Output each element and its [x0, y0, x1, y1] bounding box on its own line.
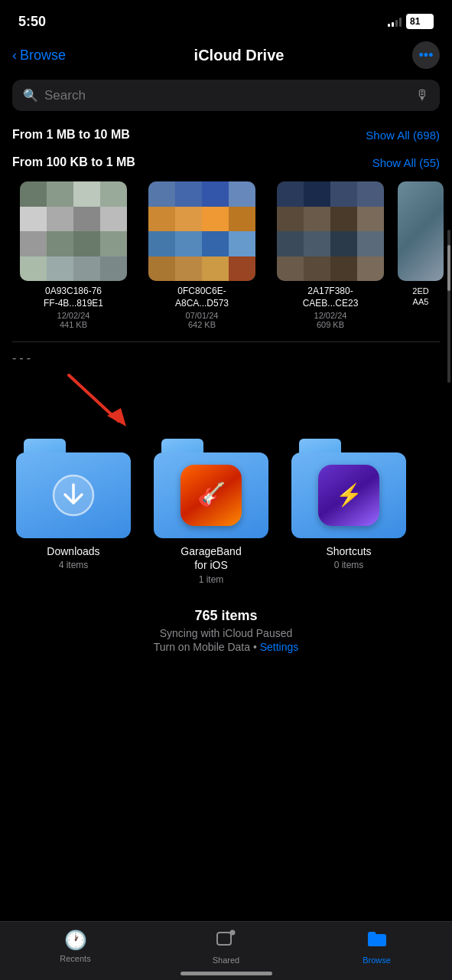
browse-folder-icon [366, 929, 388, 952]
search-input[interactable] [44, 88, 409, 103]
file-item-1[interactable]: 0A93C186-76FF-4B...819E1 12/02/24 441 KB [12, 181, 135, 329]
svg-point-7 [229, 930, 235, 936]
downloads-folder-count: 4 items [59, 560, 89, 570]
chevron-left-icon: ‹ [12, 47, 17, 64]
arrow-annotation [0, 371, 452, 433]
back-label: Browse [20, 47, 66, 64]
mic-icon[interactable]: 🎙 [415, 87, 429, 103]
svg-rect-6 [217, 933, 231, 945]
more-button[interactable]: ••• [412, 41, 440, 69]
show-all-1mb-button[interactable]: Show All (698) [366, 129, 440, 142]
file-date-1: 12/02/24 [57, 311, 90, 320]
tab-recents-label: Recents [60, 954, 90, 963]
search-bar[interactable]: 🔍 🎙 [12, 80, 440, 111]
folder-garageband[interactable]: 🎸 GarageBandfor iOS 1 item [150, 439, 272, 584]
file-thumb-pixels-3 [277, 181, 384, 281]
downloads-folder-icon [16, 439, 131, 538]
file-thumb-pixels-1 [20, 181, 127, 281]
search-icon: 🔍 [23, 88, 38, 103]
file-date-2: 07/01/24 [186, 311, 219, 320]
garageband-folder-count: 1 item [199, 574, 224, 585]
red-arrow-icon [61, 371, 153, 433]
signal-bar-2 [392, 22, 394, 27]
file-item-3[interactable]: 2A17F380-CAEB...CE23 12/02/24 609 KB [269, 181, 392, 329]
dashes-separator: --- [0, 345, 452, 371]
scrollbar-track [447, 230, 450, 383]
tab-recents[interactable]: 🕐 Recents [0, 929, 151, 965]
downloads-folder-name: Downloads [47, 544, 99, 558]
shared-icon [216, 929, 236, 952]
scrollbar-thumb[interactable] [447, 245, 450, 291]
file-thumb-4 [398, 181, 444, 281]
dot-separator: • [253, 641, 257, 653]
file-item-2[interactable]: 0FC80C6E-A8CA...D573 07/01/24 642 KB [141, 181, 263, 329]
nav-bar: ‹ Browse iCloud Drive ••• [0, 38, 452, 77]
clock-icon: 🕐 [64, 929, 87, 951]
divider-1 [12, 341, 440, 342]
file-name-4: 2EDAA5 [412, 286, 428, 308]
guitar-icon: 🎸 [192, 476, 230, 514]
file-date-3: 12/02/24 [314, 311, 347, 320]
mobile-data-label: Turn on Mobile Data [154, 641, 250, 653]
home-indicator [180, 972, 272, 975]
shortcuts-icon: ⚡ [330, 476, 368, 514]
ellipsis-icon: ••• [419, 47, 434, 64]
shortcuts-folder-count: 0 items [334, 560, 364, 570]
summary-action: Turn on Mobile Data • Settings [12, 641, 440, 653]
folders-row: Downloads 4 items 🎸 GarageBandfor iOS 1 … [0, 433, 452, 599]
svg-marker-1 [107, 408, 126, 426]
show-all-100kb-button[interactable]: Show All (55) [372, 156, 440, 169]
tab-browse-label: Browse [363, 956, 391, 965]
signal-bars [388, 16, 402, 27]
files-row: 0A93C186-76FF-4B...819E1 12/02/24 441 KB [0, 175, 452, 338]
status-bar: 5:50 81 [0, 0, 452, 38]
svg-text:⚡: ⚡ [336, 482, 363, 508]
section-100kb-header: From 100 KB to 1 MB Show All (55) [0, 148, 452, 175]
status-icons: 81 [388, 14, 434, 29]
file-name-1: 0A93C186-76FF-4B...819E1 [44, 286, 103, 309]
signal-bar-3 [395, 20, 398, 27]
signal-bar-1 [388, 24, 390, 27]
file-name-2: 0FC80C6E-A8CA...D573 [175, 286, 229, 309]
file-size-2: 642 KB [188, 320, 216, 329]
section-100kb-title: From 100 KB to 1 MB [12, 155, 135, 169]
folder-downloads[interactable]: Downloads 4 items [12, 439, 135, 584]
page-title: iCloud Drive [194, 47, 285, 64]
signal-bar-4 [399, 18, 402, 27]
folder-shortcuts[interactable]: ⚡ Shortcuts 0 items [288, 439, 410, 584]
status-time: 5:50 [18, 14, 46, 30]
shortcuts-folder-name: Shortcuts [326, 544, 371, 558]
battery: 81 [406, 14, 434, 29]
file-item-4[interactable]: 2EDAA5 [398, 181, 444, 329]
file-thumb-pixels-2 [148, 181, 255, 281]
summary-sync-label: Syncing with iCloud Paused [12, 627, 440, 639]
shortcuts-folder-icon: ⚡ [291, 439, 406, 538]
file-size-3: 609 KB [317, 320, 344, 329]
section-1mb-header: From 1 MB to 10 MB Show All (698) [0, 120, 452, 148]
file-size-1: 441 KB [60, 320, 87, 329]
garageband-folder-name: GarageBandfor iOS [180, 544, 241, 572]
section-1mb-title: From 1 MB to 10 MB [12, 128, 130, 142]
download-icon [52, 474, 95, 517]
file-name-3: 2A17F380-CAEB...CE23 [303, 286, 359, 309]
file-thumb-2 [148, 181, 255, 281]
file-thumb-1 [20, 181, 127, 281]
tab-shared[interactable]: Shared [151, 929, 301, 965]
back-button[interactable]: ‹ Browse [12, 47, 66, 64]
tab-shared-label: Shared [213, 956, 239, 965]
svg-text:🎸: 🎸 [197, 481, 226, 508]
tab-browse[interactable]: Browse [301, 929, 452, 965]
settings-link[interactable]: Settings [260, 641, 299, 653]
summary-section: 765 items Syncing with iCloud Paused Tur… [0, 600, 452, 658]
summary-count: 765 items [12, 608, 440, 624]
file-thumb-3 [277, 181, 384, 281]
garageband-folder-icon: 🎸 [154, 439, 268, 538]
battery-level: 81 [410, 16, 420, 27]
